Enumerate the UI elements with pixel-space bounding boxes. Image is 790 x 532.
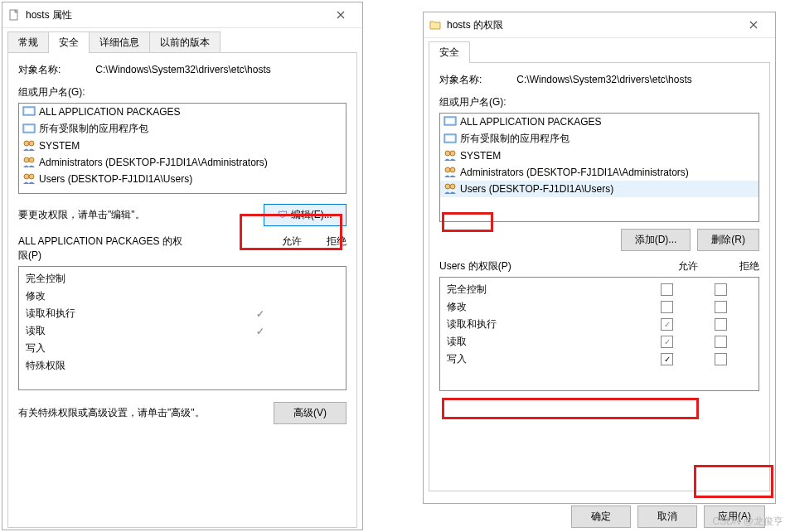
group-label: 组或用户名(G): [439,95,759,109]
list-item[interactable]: Administrators (DESKTOP-FJ1DI1A\Administ… [440,164,758,181]
allow-checkbox[interactable]: ✓ [661,336,673,348]
perm-row: 写入✓ [447,351,752,368]
list-item[interactable]: SYSTEM [440,148,758,164]
file-icon [7,8,21,22]
allow-mark: ✓ [256,308,264,320]
perm-row: 写入 [26,340,339,357]
allow-checkbox[interactable]: ✓ [661,318,673,331]
svg-point-18 [450,167,455,172]
list-item[interactable]: Administrators (DESKTOP-FJ1DI1A\Administ… [19,154,346,171]
group-name: ALL APPLICATION PACKAGES [460,116,602,128]
svg-point-5 [24,141,29,146]
allow-mark: ✓ [256,326,264,337]
tab-general[interactable]: 常规 [7,31,49,53]
deny-checkbox[interactable] [715,353,727,365]
deny-checkbox[interactable] [715,301,727,313]
perm-name: 特殊权限 [26,359,65,373]
perm-header-left: ALL APPLICATION PACKAGES 的权限(P) [18,235,184,263]
perm-name: 完全控制 [26,272,65,286]
close-button[interactable] [737,13,770,36]
perm-row: 读取✓ [26,322,339,340]
perm-row: 特殊权限 [26,357,339,375]
group-label: 组或用户名(G): [18,85,347,99]
allow-checkbox[interactable] [661,283,673,296]
svg-point-6 [29,141,34,146]
perm-allow-header: 允许 [282,235,302,263]
deny-checkbox[interactable] [715,283,727,296]
svg-point-16 [450,151,455,156]
tab-details[interactable]: 详细信息 [89,31,150,53]
svg-rect-2 [25,109,33,114]
svg-point-19 [445,184,450,189]
perm-row: 完全控制 [447,281,752,298]
close-button[interactable] [324,3,357,27]
perm-allow-header: 允许 [678,259,698,273]
group-name: SYSTEM [460,150,501,162]
object-name-value: C:\Windows\System32\drivers\etc\hosts [95,64,270,75]
list-item[interactable]: Users (DESKTOP-FJ1DI1A\Users) [440,181,758,197]
svg-point-20 [450,184,455,189]
perm-name: 读取 [26,324,46,338]
deny-checkbox[interactable] [715,336,727,348]
perm-name: 修改 [26,289,46,303]
object-name-value: C:\Windows\System32\drivers\etc\hosts [516,74,691,85]
perm-row: 修改 [447,298,752,316]
list-item[interactable]: 所有受限制的应用程序包 [440,130,758,148]
tab-previous-versions[interactable]: 以前的版本 [149,31,221,53]
perm-deny-header: 拒绝 [739,259,759,273]
group-icon [22,105,36,118]
cancel-button[interactable]: 取消 [637,505,697,528]
svg-rect-4 [25,126,33,131]
window-title: hosts 的权限 [447,18,737,32]
group-icon [443,115,457,128]
perm-row: 读取和执行✓ [26,305,339,322]
titlebar: hosts 的权限 [424,12,775,38]
list-item[interactable]: 所有受限制的应用程序包 [19,120,346,138]
add-button[interactable]: 添加(D)... [621,229,691,251]
watermark: CSDN @龙俊亨 [712,515,783,529]
group-icon [22,172,36,186]
allow-checkbox[interactable] [661,301,673,313]
list-item[interactable]: ALL APPLICATION PACKAGES [19,104,346,120]
group-list[interactable]: ALL APPLICATION PACKAGES所有受限制的应用程序包SYSTE… [18,103,347,194]
tab-strip: 常规 安全 详细信息 以前的版本 [2,28,362,53]
window-title: hosts 属性 [26,8,324,22]
tab-security[interactable]: 安全 [429,41,470,63]
svg-point-10 [29,174,34,179]
ok-button[interactable]: 确定 [571,505,631,528]
perm-row: 读取✓ [447,333,752,351]
security-tab-body: 对象名称: C:\Windows\System32\drivers\etc\ho… [7,52,357,528]
group-icon [443,149,457,162]
deny-checkbox[interactable] [715,318,727,331]
list-item[interactable]: ALL APPLICATION PACKAGES [440,114,758,130]
group-name: 所有受限制的应用程序包 [460,132,569,146]
group-list[interactable]: ALL APPLICATION PACKAGES所有受限制的应用程序包SYSTE… [439,113,759,222]
edit-hint: 要更改权限，请单击"编辑"。 [18,208,145,222]
permissions-box: 完全控制修改读取和执行✓读取✓写入特殊权限 [18,266,347,390]
permissions-dialog: hosts 的权限 安全 对象名称: C:\Windows\System32\d… [423,12,776,504]
group-name: 所有受限制的应用程序包 [39,122,148,136]
perm-name: 写入 [447,352,467,366]
group-icon [443,182,457,196]
list-item[interactable]: SYSTEM [19,138,346,154]
edit-button-label: 编辑(E)... [291,209,332,220]
perm-header-left: Users 的权限(P) [439,259,511,273]
allow-checkbox[interactable]: ✓ [661,353,673,365]
remove-button[interactable]: 删除(R) [697,229,759,251]
list-item[interactable]: Users (DESKTOP-FJ1DI1A\Users) [19,171,346,187]
advanced-hint: 有关特殊权限或高级设置，请单击"高级"。 [18,406,205,420]
group-icon [22,123,36,136]
tab-security[interactable]: 安全 [48,31,90,53]
shield-icon: 🛡 [278,209,288,220]
group-name: Users (DESKTOP-FJ1DI1A\Users) [39,173,192,185]
group-icon [22,156,36,169]
permissions-box: 完全控制修改读取和执行✓读取✓写入✓ [439,277,759,391]
perm-name: 完全控制 [447,283,487,297]
advanced-button[interactable]: 高级(V) [274,402,347,424]
perm-name: 读取和执行 [447,317,497,331]
perm-name: 修改 [447,300,467,314]
object-name-label: 对象名称: [439,73,514,87]
edit-button[interactable]: 🛡 编辑(E)... [264,204,347,226]
svg-point-15 [445,151,450,156]
group-icon [443,133,457,146]
